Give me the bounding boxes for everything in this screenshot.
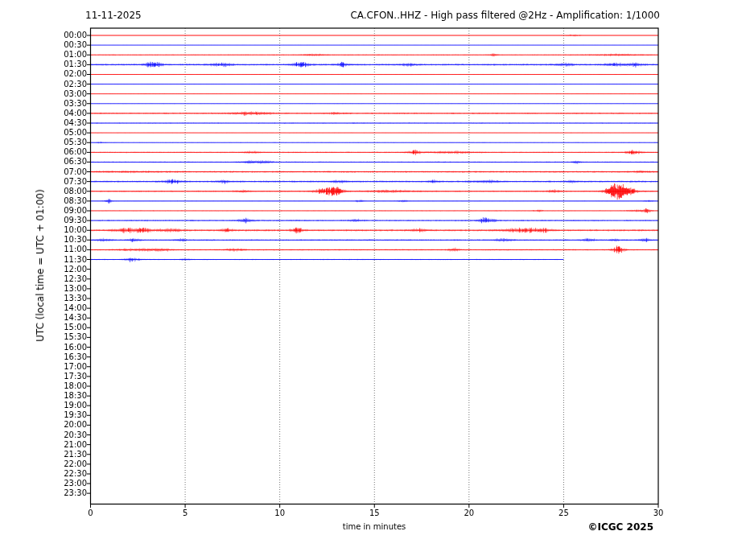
y-tick-label: 13:00 bbox=[32, 284, 87, 294]
y-tick-label: 23:00 bbox=[32, 479, 87, 488]
y-tick-label: 11:00 bbox=[32, 245, 87, 254]
y-tick-label: 16:30 bbox=[32, 352, 87, 362]
y-tick-label: 01:30 bbox=[32, 60, 87, 69]
y-tick-label: 14:30 bbox=[32, 313, 87, 323]
y-tick-label: 06:30 bbox=[32, 157, 87, 167]
y-tick-label: 00:30 bbox=[32, 40, 87, 50]
y-tick-label: 08:30 bbox=[32, 196, 87, 206]
y-tick-label: 13:30 bbox=[32, 294, 87, 303]
y-tick-label: 12:30 bbox=[32, 274, 87, 284]
x-tick-label: 5 bbox=[173, 509, 197, 518]
x-tick-label: 15 bbox=[362, 509, 386, 518]
y-tick-label: 20:00 bbox=[32, 420, 87, 430]
y-tick-label: 17:30 bbox=[32, 372, 87, 381]
x-tick-label: 10 bbox=[268, 509, 292, 518]
y-tick-label: 03:30 bbox=[32, 99, 87, 109]
y-tick-label: 17:00 bbox=[32, 362, 87, 372]
helicorder-plot-canvas bbox=[0, 0, 746, 560]
y-tick-label: 18:30 bbox=[32, 391, 87, 401]
y-tick-label: 12:00 bbox=[32, 265, 87, 274]
y-tick-label: 18:00 bbox=[32, 381, 87, 391]
y-tick-label: 21:30 bbox=[32, 450, 87, 459]
y-tick-label: 16:00 bbox=[32, 343, 87, 352]
plot-date: 11-11-2025 bbox=[85, 10, 142, 21]
y-tick-label: 19:00 bbox=[32, 401, 87, 410]
y-tick-label: 20:30 bbox=[32, 430, 87, 440]
y-tick-label: 15:00 bbox=[32, 323, 87, 332]
copyright-label: ©ICGC 2025 bbox=[587, 521, 653, 533]
y-tick-label: 10:30 bbox=[32, 235, 87, 245]
y-tick-label: 07:00 bbox=[32, 167, 87, 177]
y-tick-label: 09:00 bbox=[32, 206, 87, 216]
y-tick-label: 07:30 bbox=[32, 177, 87, 187]
y-tick-label: 23:30 bbox=[32, 488, 87, 498]
y-tick-label: 04:00 bbox=[32, 109, 87, 118]
y-tick-label: 22:00 bbox=[32, 459, 87, 469]
y-tick-label: 08:00 bbox=[32, 187, 87, 196]
y-tick-label: 03:00 bbox=[32, 89, 87, 99]
plot-title: CA.CFON..HHZ - High pass filtered @2Hz -… bbox=[350, 10, 660, 21]
x-tick-label: 30 bbox=[646, 509, 670, 518]
y-tick-label: 09:30 bbox=[32, 216, 87, 225]
x-tick-label: 0 bbox=[79, 509, 103, 518]
y-tick-label: 05:00 bbox=[32, 128, 87, 138]
x-tick-label: 25 bbox=[551, 509, 575, 518]
y-tick-label: 04:30 bbox=[32, 118, 87, 128]
y-tick-label: 21:00 bbox=[32, 440, 87, 450]
y-tick-label: 19:30 bbox=[32, 410, 87, 420]
y-tick-label: 06:00 bbox=[32, 147, 87, 157]
y-tick-label: 02:00 bbox=[32, 69, 87, 79]
x-axis-label: time in minutes bbox=[343, 522, 406, 531]
y-tick-label: 05:30 bbox=[32, 138, 87, 147]
y-tick-label: 14:00 bbox=[32, 303, 87, 313]
y-tick-label: 10:00 bbox=[32, 225, 87, 235]
y-tick-label: 11:30 bbox=[32, 255, 87, 265]
y-tick-label: 02:30 bbox=[32, 80, 87, 89]
helicorder-page: 11-11-2025 CA.CFON..HHZ - High pass filt… bbox=[0, 0, 746, 560]
y-tick-label: 01:00 bbox=[32, 50, 87, 60]
y-tick-label: 22:30 bbox=[32, 469, 87, 479]
x-tick-label: 20 bbox=[457, 509, 481, 518]
y-tick-label: 00:00 bbox=[32, 31, 87, 40]
y-tick-label: 15:30 bbox=[32, 332, 87, 342]
